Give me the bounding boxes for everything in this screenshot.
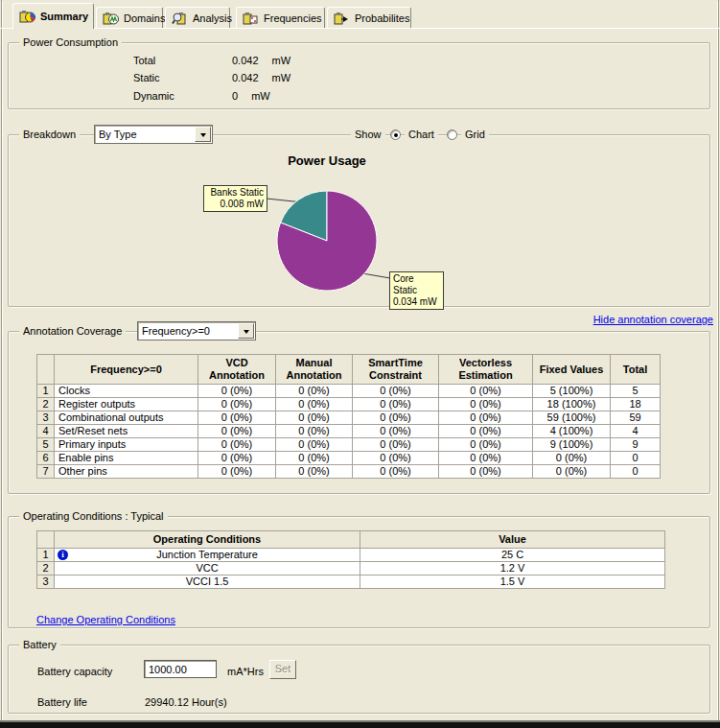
annotation-coverage-title: Annotation Coverage <box>19 325 126 337</box>
header-value: Value <box>360 531 665 549</box>
window-frame-bottom <box>0 720 720 728</box>
total-cell: 59 <box>611 411 661 425</box>
net-type-cell: Other pins <box>55 465 198 479</box>
annotation-filter-dropdown-button[interactable] <box>238 323 254 339</box>
show-label: Show <box>351 129 385 140</box>
power-static-label: Static <box>133 72 232 83</box>
power-consumption-title: Power Consumption <box>19 36 122 48</box>
vcd-cell: 0 (0%) <box>198 452 276 465</box>
header-vcd-annotation: VCD Annotation <box>198 355 276 385</box>
hide-annotation-coverage-link[interactable]: Hide annotation coverage <box>593 314 713 325</box>
row-number: 2 <box>37 398 55 411</box>
annotation-filter-select[interactable]: Frequency>=0 <box>137 321 256 341</box>
set-button[interactable]: Set <box>269 660 296 679</box>
net-type-cell: Enable pins <box>55 452 198 465</box>
battery-capacity-input[interactable] <box>144 660 217 678</box>
total-cell: 9 <box>611 438 661 452</box>
domains-tab-icon <box>103 12 120 25</box>
battery-group <box>8 645 710 714</box>
frequencies-tab-icon <box>243 12 260 25</box>
vcd-cell: 0 (0%) <box>198 425 276 438</box>
condition-cell: VCCI 1.5 <box>55 575 360 589</box>
show-grid-radio[interactable] <box>447 129 457 140</box>
battery-capacity-unit: mA*Hrs <box>227 666 264 677</box>
annotation-coverage-table: Frequency>=0 VCD Annotation Manual Annot… <box>36 354 661 479</box>
row-number: 3 <box>37 411 55 425</box>
power-total-value: 0.042 <box>232 55 259 66</box>
fixed-values-cell: 4 (100%) <box>533 425 611 438</box>
manual-cell: 0 (0%) <box>276 411 353 425</box>
total-cell: 18 <box>611 398 661 411</box>
header-fixed-values: Fixed Values <box>533 355 611 385</box>
banks-static-value: 0.008 mW <box>207 199 264 210</box>
table-row: 2 Register outputs 0 (0%) 0 (0%) 0 (0%) … <box>37 398 661 411</box>
fixed-values-cell: 18 (100%) <box>533 398 611 411</box>
breakdown-type-dropdown-button[interactable] <box>195 127 211 142</box>
battery-title: Battery <box>19 639 60 650</box>
value-cell: 1.2 V <box>360 562 665 575</box>
fixed-values-cell: 0 (0%) <box>533 465 611 479</box>
smarttime-cell: 0 (0%) <box>353 425 439 438</box>
fixed-values-cell: 59 (100%) <box>533 411 611 425</box>
analysis-tab-icon <box>172 12 189 25</box>
table-row: 2 VCC 1.2 V <box>37 562 665 575</box>
battery-life-value: 29940.12 Hour(s) <box>145 696 227 708</box>
summary-tab-icon <box>19 10 36 23</box>
smartpower-summary-window: { "tabs": [ { "label": "Summary", "icon"… <box>0 0 720 728</box>
battery-life-label: Battery life <box>37 696 87 708</box>
row-number: 6 <box>37 452 55 465</box>
tab-summary[interactable]: Summary <box>12 3 94 29</box>
manual-cell: 0 (0%) <box>276 385 353 398</box>
condition-cell: VCC <box>55 562 360 575</box>
tab-probabilites[interactable]: Probabilites <box>327 7 411 29</box>
power-row-static: Static 0.042 mW <box>133 72 290 83</box>
manual-cell: 0 (0%) <box>276 398 353 411</box>
net-type-cell: Register outputs <box>55 398 198 411</box>
chevron-down-icon <box>244 330 249 337</box>
pie-chart-title: Power Usage <box>241 153 413 168</box>
annotation-filter-value: Frequency>=0 <box>138 325 238 337</box>
vcd-cell: 0 (0%) <box>198 398 276 411</box>
table-row: 1 Junction Temperature 25 C <box>37 549 665 562</box>
header-rownum <box>37 531 55 549</box>
value-cell: 25 C <box>360 549 665 562</box>
tab-label: Frequencies <box>264 12 322 24</box>
condition-cell: Junction Temperature <box>55 549 360 562</box>
tab-frequencies[interactable]: Frequencies <box>236 7 325 29</box>
vectorless-cell: 0 (0%) <box>439 425 533 438</box>
battery-capacity-label: Battery capacity <box>37 666 112 677</box>
tab-analysis[interactable]: Analysis <box>165 7 230 29</box>
core-static-label: Core Static <box>393 273 440 296</box>
vcd-cell: 0 (0%) <box>198 385 276 398</box>
total-cell: 5 <box>611 385 661 398</box>
show-chart-radio[interactable] <box>390 129 401 140</box>
net-type-cell: Combinational outputs <box>55 411 198 425</box>
table-row: 3 VCCI 1.5 1.5 V <box>37 575 665 589</box>
row-number: 4 <box>37 425 55 438</box>
vectorless-cell: 0 (0%) <box>439 452 533 465</box>
tab-bar: Summary Domains Analysis Frequencies Pro… <box>0 0 720 29</box>
power-dynamic-label: Dynamic <box>133 90 232 102</box>
tab-domains[interactable]: Domains <box>96 7 163 29</box>
fixed-values-cell: 5 (100%) <box>533 385 611 398</box>
row-number: 1 <box>37 385 55 398</box>
info-icon <box>58 550 68 560</box>
vectorless-cell: 0 (0%) <box>439 385 533 398</box>
row-number: 2 <box>37 562 55 575</box>
manual-cell: 0 (0%) <box>276 425 353 438</box>
banks-static-label: Banks Static <box>207 187 264 199</box>
vectorless-cell: 0 (0%) <box>439 411 533 425</box>
smarttime-cell: 0 (0%) <box>353 465 439 479</box>
smarttime-cell: 0 (0%) <box>353 385 439 398</box>
manual-cell: 0 (0%) <box>276 452 353 465</box>
fixed-values-cell: 9 (100%) <box>533 438 611 452</box>
annotation-header-row: Frequency>=0 VCD Annotation Manual Annot… <box>37 355 661 385</box>
power-total-label: Total <box>133 55 232 66</box>
row-number: 5 <box>37 438 55 452</box>
probabilities-tab-icon <box>334 12 351 25</box>
vcd-cell: 0 (0%) <box>198 438 276 452</box>
change-operating-conditions-link[interactable]: Change Operating Conditions <box>36 614 175 625</box>
power-dynamic-value: 0 <box>232 90 238 102</box>
breakdown-type-select[interactable]: By Type <box>94 125 213 144</box>
header-vectorless-estimation: Vectorless Estimation <box>439 355 533 385</box>
